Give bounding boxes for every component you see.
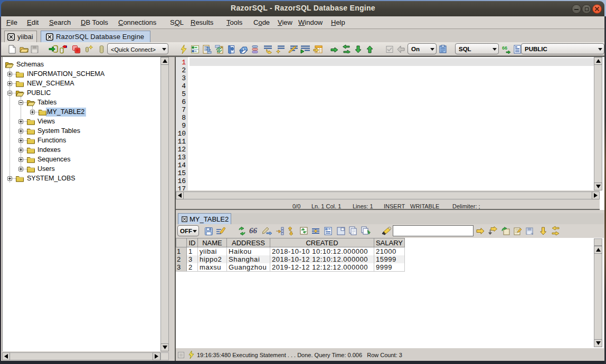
svg-text:66: 66 bbox=[502, 45, 507, 51]
